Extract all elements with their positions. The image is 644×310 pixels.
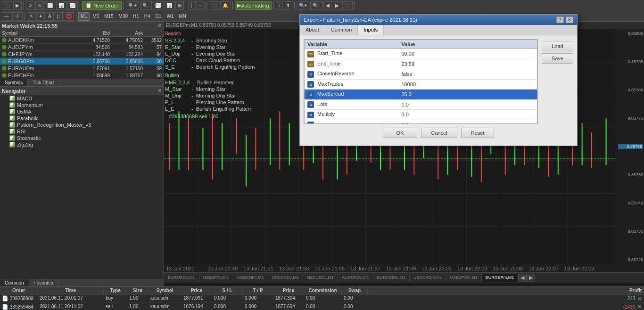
var-type-icon: ab	[307, 61, 314, 67]
dialog-reset-button[interactable]: Reset	[461, 128, 495, 138]
expert-dialog: Expert - Pattern_hany2sh-EA (expire 2021…	[299, 14, 578, 146]
dialog-content-row: Variable Value ab Start_Time 00:00 ab En…	[304, 39, 573, 124]
dialog-cancel-button[interactable]: Cancel	[421, 128, 457, 138]
dialog-tab-inputs[interactable]: Inputs	[358, 25, 384, 35]
dialog-tab-about[interactable]: About	[300, 25, 325, 35]
dialog-var-row-start_time[interactable]: ab Start_Time 00:00	[305, 49, 537, 59]
dialog-var-value: 25.0	[399, 90, 537, 100]
dialog-side-buttons: Load Save	[538, 39, 573, 124]
dialog-col-value: Value	[399, 40, 537, 49]
var-type-icon: vi	[307, 112, 314, 118]
dialog-var-value: 0.0	[399, 120, 537, 124]
dialog-var-row-increase[interactable]: vi Increase 0.0	[305, 120, 537, 124]
var-type-icon: ab	[307, 51, 314, 57]
dialog-var-name: ab Start_Time	[305, 49, 399, 59]
dialog-var-name: vi CloseInReverse	[305, 69, 399, 80]
dialog-var-value: 10000	[399, 79, 537, 90]
dialog-var-value: 00:00	[399, 49, 537, 59]
dialog-titlebar: Expert - Pattern_hany2sh-EA (expire 2021…	[300, 15, 577, 25]
dialog-footer: OK Cancel Reset	[304, 124, 573, 142]
dialog-var-value: 0.0	[399, 110, 537, 120]
dialog-table-container: Variable Value ab Start_Time 00:00 ab En…	[304, 39, 538, 124]
var-type-icon: vi	[307, 81, 314, 88]
dialog-vars-tbody: ab Start_Time 00:00 ab End_Time 23:59 vi…	[305, 49, 537, 124]
dialog-var-row-maxtrades[interactable]: vi MaxTrades 10000	[305, 79, 537, 90]
dialog-table-header-row: Variable Value	[305, 40, 537, 49]
dialog-var-row-end_time[interactable]: ab End_Time 23:59	[305, 59, 537, 69]
dialog-table-head: Variable Value	[305, 40, 537, 49]
dialog-var-row-maxspread[interactable]: vi MaxSpread 25.0	[305, 90, 537, 100]
dialog-variables-table: Variable Value ab Start_Time 00:00 ab En…	[304, 40, 537, 124]
dialog-var-value: false	[399, 69, 537, 80]
dialog-title: Expert - Pattern_hany2sh-EA (expire 2021…	[304, 17, 417, 23]
dialog-close-button[interactable]: ✕	[566, 16, 573, 23]
var-type-icon: vi	[307, 91, 314, 98]
dialog-var-name: vi MaxSpread	[305, 90, 399, 100]
dialog-overlay: Expert - Pattern_hany2sh-EA (expire 2021…	[0, 0, 644, 310]
dialog-save-button[interactable]: Save	[542, 53, 573, 64]
dialog-tabs: About Common Inputs	[300, 25, 577, 35]
dialog-var-name: ab End_Time	[305, 59, 399, 69]
dialog-tab-common[interactable]: Common	[325, 25, 358, 35]
dialog-body: Variable Value ab Start_Time 00:00 ab En…	[300, 35, 577, 146]
dialog-var-name: vi Multiply	[305, 110, 399, 120]
dialog-load-button[interactable]: Load	[542, 41, 573, 51]
dialog-scroll[interactable]: Variable Value ab Start_Time 00:00 ab En…	[304, 39, 538, 124]
var-type-icon: vi	[307, 101, 314, 108]
dialog-var-row-closeinreverse[interactable]: vi CloseInReverse false	[305, 69, 537, 80]
dialog-help-button[interactable]: ?	[556, 16, 564, 23]
dialog-var-value: 23:59	[399, 59, 537, 69]
dialog-var-row-multiply[interactable]: vi Multiply 0.0	[305, 110, 537, 120]
var-type-icon: vi	[307, 122, 314, 124]
var-type-icon: vi	[307, 71, 314, 78]
dialog-var-row-lots[interactable]: vi Lots 1.0	[305, 99, 537, 110]
dialog-var-name: vi Increase	[305, 120, 399, 124]
dialog-var-name: vi MaxTrades	[305, 79, 399, 90]
dialog-var-value: 1.0	[399, 99, 537, 110]
dialog-ok-button[interactable]: OK	[383, 128, 418, 138]
dialog-controls: ? ✕	[556, 16, 573, 23]
dialog-col-variable: Variable	[305, 40, 399, 49]
dialog-var-name: vi Lots	[305, 99, 399, 110]
